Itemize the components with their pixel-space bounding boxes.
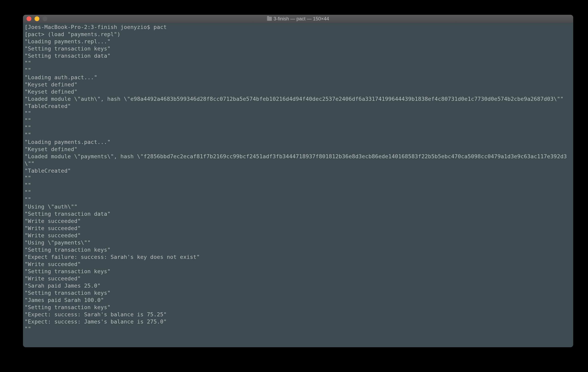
output-line: "Loading payments.pact..." [25,139,572,146]
shell-prompt-line: [Joes-MacBook-Pro-2:3-finish joenyzio$ p… [25,24,572,31]
output-line: "" [25,117,572,124]
output-line: "Setting transaction keys" [25,268,572,275]
output-line: "Expect: success: Sarah's balance is 75.… [25,311,572,318]
output-line: "Using \"auth\"" [25,203,572,210]
output-line: "" [25,189,572,196]
terminal-output: "Loading payments.repl...""Setting trans… [25,38,572,332]
output-line: "TableCreated" [25,103,572,110]
output-line: "Setting transaction keys" [25,304,572,311]
close-button[interactable] [27,16,31,21]
terminal-body[interactable]: [Joes-MacBook-Pro-2:3-finish joenyzio$ p… [23,23,573,333]
output-line: "Setting transaction keys" [25,246,572,253]
traffic-lights [23,16,47,21]
output-line: "" [25,60,572,67]
output-line: "Keyset defined" [25,81,572,88]
output-line: "Expect failure: success: Sarah's key do… [25,253,572,261]
window-title: 3-finish — pact — 150×44 [23,16,573,21]
output-line: "" [25,110,572,117]
terminal-window[interactable]: 3-finish — pact — 150×44 [Joes-MacBook-P… [23,15,573,347]
output-line: "Write succeeded" [25,275,572,282]
output-line: "Setting transaction keys" [25,45,572,52]
output-line: "Write succeeded" [25,261,572,268]
minimize-button[interactable] [35,16,39,21]
output-line: "" [25,325,572,332]
output-line: "" [25,67,572,74]
output-line: "" [25,182,572,189]
output-line: "Using \"payments\"" [25,239,572,246]
output-line: "Setting transaction data" [25,210,572,218]
output-line: "Keyset defined" [25,146,572,153]
title-bar[interactable]: 3-finish — pact — 150×44 [23,15,573,23]
output-line: "" [25,124,572,131]
output-line: "Write succeeded" [25,225,572,232]
output-line: "" [25,174,572,182]
output-line: "Sarah paid James 25.0" [25,282,572,289]
zoom-button[interactable] [42,16,47,21]
output-line: "Loaded module \"payments\", hash \"f285… [25,153,572,167]
output-line: "James paid Sarah 100.0" [25,297,572,304]
repl-input-line: [pact> (load "payments.repl") [25,31,572,38]
output-line: "Setting transaction keys" [25,289,572,297]
output-line: "" [25,196,572,203]
output-line: "Setting transaction data" [25,52,572,60]
output-line: "Keyset defined" [25,88,572,95]
output-line: "" [25,131,572,139]
output-line: "Loading payments.repl..." [25,38,572,45]
output-line: "Loaded module \"auth\", hash \"e98a4492… [25,95,572,103]
output-line: "Write succeeded" [25,218,572,225]
output-line: "Expect: success: James's balance is 275… [25,318,572,325]
output-line: "Write succeeded" [25,232,572,239]
output-line: "TableCreated" [25,167,572,174]
output-line: "Loading auth.pact..." [25,74,572,81]
folder-icon [267,17,272,21]
title-label: 3-finish — pact — 150×44 [273,16,329,21]
